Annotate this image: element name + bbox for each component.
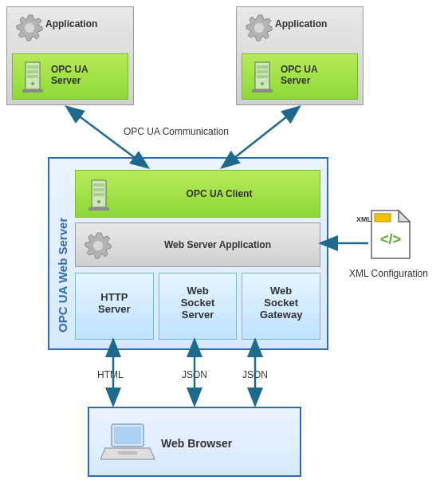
protocol-row: HTTP Server Web Socket Server Web Socket… [75, 273, 320, 340]
web-browser-label: Web Browser [161, 437, 297, 450]
svg-rect-15 [93, 183, 104, 187]
web-socket-server-box: Web Socket Server [159, 273, 238, 340]
application-box-1: Application OPC UA Server [6, 6, 134, 105]
protocol-label: Web Socket Gateway [242, 285, 320, 321]
web-socket-gateway-box: Web Socket Gateway [242, 273, 320, 340]
server-tower-icon [18, 59, 49, 96]
gear-icon [243, 12, 275, 44]
svg-rect-1 [26, 62, 40, 89]
communication-label: OPC UA Communication [124, 126, 229, 137]
opcua-client-box: OPC UA Client [75, 170, 320, 218]
svg-rect-9 [257, 65, 268, 69]
protocol-label: HTTP Server [76, 291, 153, 315]
svg-rect-2 [27, 65, 38, 69]
svg-rect-8 [255, 62, 269, 89]
opcua-server-box-2: OPC UA Server [242, 53, 358, 100]
svg-point-20 [93, 241, 103, 250]
opcua-server-label: OPC UA Server [51, 64, 126, 86]
application-label: Application [275, 18, 361, 30]
svg-rect-21 [375, 214, 391, 222]
svg-rect-6 [22, 89, 43, 92]
xml-config-label: XML Configuration [349, 268, 428, 279]
protocol-label: Web Socket Server [159, 285, 237, 321]
server-tower-icon [247, 59, 279, 96]
transport-json-2: JSON [242, 369, 268, 380]
server-tower-icon [84, 177, 116, 214]
svg-point-7 [254, 23, 264, 33]
svg-rect-14 [92, 180, 106, 207]
web-server-app-box: Web Server Application [75, 222, 320, 267]
svg-rect-23 [112, 424, 143, 447]
opcua-server-box-1: OPC UA Server [12, 53, 128, 100]
opcua-server-label: OPC UA Server [281, 64, 356, 86]
svg-rect-19 [88, 207, 109, 211]
xml-tag: XML [356, 215, 371, 223]
svg-text:</>: </> [380, 231, 401, 247]
application-box-2: Application OPC UA Server [236, 6, 364, 105]
svg-rect-11 [257, 75, 268, 78]
side-title: OPC UA Web Server [56, 218, 69, 333]
svg-rect-25 [118, 451, 137, 455]
svg-point-12 [261, 82, 264, 85]
svg-rect-13 [252, 89, 273, 92]
xml-file-icon: </> [367, 207, 415, 263]
svg-rect-17 [93, 193, 104, 196]
svg-point-0 [25, 23, 34, 33]
svg-rect-3 [27, 70, 38, 73]
laptop-icon [100, 421, 156, 466]
svg-point-18 [97, 200, 100, 203]
transport-json-1: JSON [182, 369, 207, 380]
gear-icon [14, 12, 45, 44]
transport-html: HTML [97, 369, 124, 380]
gear-icon [82, 230, 114, 262]
svg-rect-24 [114, 427, 141, 444]
opcua-client-label: OPC UA Client [124, 188, 315, 199]
svg-rect-10 [257, 70, 268, 73]
web-server-app-label: Web Server Application [120, 239, 315, 250]
http-server-box: HTTP Server [75, 273, 154, 340]
svg-rect-4 [27, 75, 38, 78]
opcua-web-server-box: OPC UA Web Server OPC UA Client Web Serv… [48, 157, 328, 350]
web-browser-box: Web Browser [88, 407, 301, 477]
application-label: Application [45, 18, 132, 30]
svg-rect-16 [93, 188, 104, 191]
diagram-canvas: Application OPC UA Server Application OP… [0, 0, 448, 488]
svg-point-5 [31, 82, 34, 85]
